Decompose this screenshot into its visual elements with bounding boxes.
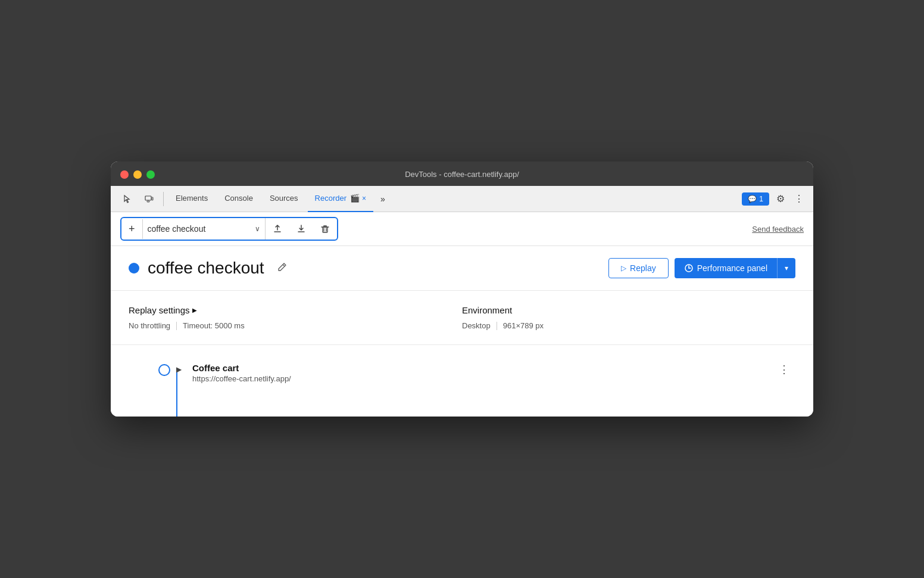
recorder-content: coffee checkout ▷ Replay <box>111 246 813 417</box>
edit-title-button[interactable] <box>273 260 292 276</box>
timeline-node <box>158 364 170 376</box>
download-icon <box>296 224 306 234</box>
toolbar-divider-1 <box>163 192 164 206</box>
timeline-item-more-button[interactable]: ⋮ <box>774 363 795 376</box>
recording-title: coffee checkout <box>148 259 264 278</box>
svg-rect-1 <box>152 197 153 200</box>
titlebar: DevTools - coffee-cart.netlify.app/ <box>111 161 813 186</box>
replay-button[interactable]: ▷ Replay <box>608 258 669 278</box>
recording-select[interactable]: coffee checkout <box>143 220 250 237</box>
chevron-right-icon: ▶ <box>176 365 182 374</box>
recorder-icon: 🎬 <box>350 194 360 203</box>
chevron-right-icon: ▶ <box>192 307 197 313</box>
replay-settings-panel: Replay settings ▶ No throttling Timeout:… <box>129 305 462 330</box>
performance-panel-dropdown-button[interactable]: ▾ <box>777 258 795 278</box>
recording-status-dot <box>129 263 139 274</box>
throttling-value: No throttling <box>129 321 170 330</box>
export-recording-button[interactable] <box>266 220 289 237</box>
performance-panel-group: Performance panel ▾ <box>675 258 795 278</box>
env-settings-divider <box>497 322 497 330</box>
timeline-expand-button[interactable]: ▶ <box>175 364 183 375</box>
performance-panel-button[interactable]: Performance panel <box>675 258 777 278</box>
chat-icon: 💬 <box>748 195 757 203</box>
replay-settings-values: No throttling Timeout: 5000 ms <box>129 321 462 330</box>
timeline-item-url: https://coffee-cart.netlify.app/ <box>192 374 764 383</box>
trash-icon <box>320 224 330 234</box>
inspect-element-button[interactable] <box>118 191 137 207</box>
upload-icon <box>273 224 282 234</box>
timeline-item-info: Coffee cart https://coffee-cart.netlify.… <box>192 363 764 383</box>
send-feedback-button[interactable]: Send feedback <box>752 225 804 234</box>
notifications-button[interactable]: 💬 1 <box>742 192 769 206</box>
more-options-icon: ⋮ <box>779 363 791 375</box>
more-options-button[interactable]: ⋮ <box>792 191 806 207</box>
tab-elements[interactable]: Elements <box>168 186 215 212</box>
gear-icon: ⚙ <box>776 194 785 204</box>
cursor-icon <box>123 194 132 204</box>
environment-panel: Environment Desktop 961×789 px <box>462 305 795 330</box>
delete-recording-button[interactable] <box>313 220 337 237</box>
header-actions: ▷ Replay Performance panel ▾ <box>608 258 795 278</box>
timeline-item: ▶ Coffee cart https://coffee-cart.netlif… <box>158 363 795 383</box>
devtools-toolbar: Elements Console Sources Recorder 🎬 × » … <box>111 186 813 212</box>
timeline-item-title: Coffee cart <box>192 363 764 373</box>
recorder-close-icon[interactable]: × <box>362 194 366 203</box>
minimize-button[interactable] <box>133 170 142 179</box>
svg-rect-3 <box>323 227 327 232</box>
more-tabs-button[interactable]: » <box>376 191 390 207</box>
toolbar-right: 💬 1 ⚙ ⋮ <box>742 191 806 207</box>
chevron-down-icon: ▾ <box>785 264 788 272</box>
close-button[interactable] <box>120 170 129 179</box>
svg-rect-0 <box>145 196 151 200</box>
device-toolbar-button[interactable] <box>139 191 158 207</box>
devtools-window: DevTools - coffee-cart.netlify.app/ Elem… <box>111 161 813 417</box>
replay-settings-heading[interactable]: Replay settings ▶ <box>129 305 462 315</box>
performance-icon <box>684 263 694 273</box>
tab-sources[interactable]: Sources <box>263 186 305 212</box>
svg-rect-2 <box>147 201 149 202</box>
device-icon <box>144 194 154 204</box>
tab-recorder[interactable]: Recorder 🎬 × <box>308 186 373 212</box>
settings-section: Replay settings ▶ No throttling Timeout:… <box>111 291 813 345</box>
recorder-toolbar: + coffee checkout ∨ <box>111 212 813 246</box>
play-icon: ▷ <box>621 264 626 272</box>
chevron-down-icon[interactable]: ∨ <box>250 221 265 237</box>
pencil-icon <box>277 262 287 272</box>
device-value: Desktop <box>462 321 491 330</box>
environment-heading: Environment <box>462 305 795 315</box>
window-title: DevTools - coffee-cart.netlify.app/ <box>405 170 519 179</box>
dimensions-value: 961×789 px <box>503 321 544 330</box>
environment-values: Desktop 961×789 px <box>462 321 795 330</box>
timeline-section: ▶ Coffee cart https://coffee-cart.netlif… <box>111 345 813 417</box>
timeout-value: Timeout: 5000 ms <box>183 321 245 330</box>
add-recording-button[interactable]: + <box>121 219 143 239</box>
vertical-dots-icon: ⋮ <box>794 194 804 204</box>
traffic-lights <box>120 170 155 179</box>
tab-console[interactable]: Console <box>217 186 260 212</box>
settings-button[interactable]: ⚙ <box>774 191 787 207</box>
recording-selector-group: + coffee checkout ∨ <box>120 217 338 241</box>
plus-icon: + <box>129 223 135 235</box>
settings-divider <box>176 322 177 330</box>
recording-header: coffee checkout ▷ Replay <box>111 246 813 291</box>
maximize-button[interactable] <box>146 170 155 179</box>
import-recording-button[interactable] <box>289 220 313 237</box>
